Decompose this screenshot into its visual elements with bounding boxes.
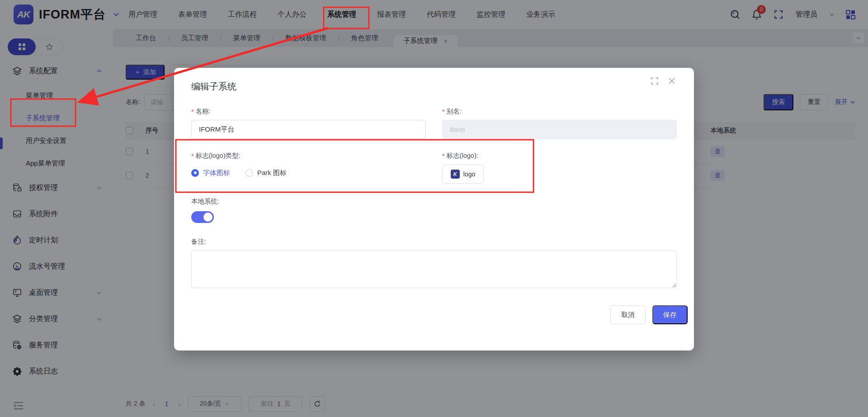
cancel-button[interactable]: 取消 bbox=[610, 305, 646, 324]
edit-subsystem-dialog: 编辑子系统 * 名称: * 别名: bbox=[174, 68, 694, 351]
logo-field-group: * 标志(logo): K logo bbox=[442, 152, 677, 184]
remark-label: 备注: bbox=[191, 237, 206, 246]
logo-picker-label: logo bbox=[463, 171, 475, 178]
toggle-knob bbox=[203, 213, 212, 222]
radio-font-icon[interactable]: 字体图标 bbox=[191, 169, 230, 177]
radio-unselected-icon bbox=[245, 169, 253, 177]
required-asterisk: * bbox=[191, 152, 194, 160]
logo-picker-button[interactable]: K logo bbox=[442, 165, 484, 184]
alias-field-label: 别名: bbox=[447, 107, 462, 116]
local-system-field-group: 本地系统: bbox=[191, 197, 677, 223]
alias-field-group: * 别名: bbox=[442, 107, 677, 139]
required-asterisk: * bbox=[191, 108, 194, 115]
remark-field-group: 备注: bbox=[191, 237, 677, 290]
save-button[interactable]: 保存 bbox=[652, 305, 688, 324]
logo-mini-icon: K bbox=[451, 170, 460, 179]
logo-type-label: 标志(logo)类型: bbox=[196, 152, 241, 160]
radio-park-icon[interactable]: Park 图标 bbox=[245, 169, 287, 177]
required-asterisk: * bbox=[442, 108, 445, 115]
alias-input bbox=[442, 120, 677, 139]
logo-type-field-group: * 标志(logo)类型: 字体图标 Park 图标 bbox=[191, 152, 426, 184]
name-field-label: 名称: bbox=[196, 107, 211, 116]
logo-field-label: 标志(logo): bbox=[447, 152, 478, 160]
name-input[interactable] bbox=[191, 120, 426, 139]
remark-textarea[interactable] bbox=[191, 250, 677, 288]
local-system-toggle[interactable] bbox=[191, 211, 214, 223]
local-system-label: 本地系统: bbox=[191, 197, 219, 206]
dialog-close-icon[interactable] bbox=[668, 77, 676, 85]
name-field-group: * 名称: bbox=[191, 107, 426, 139]
radio-label: 字体图标 bbox=[203, 169, 230, 177]
radio-label: Park 图标 bbox=[257, 169, 287, 177]
required-asterisk: * bbox=[442, 152, 445, 160]
dialog-title: 编辑子系统 bbox=[191, 81, 677, 93]
radio-selected-icon bbox=[191, 169, 199, 177]
dialog-fullscreen-icon[interactable] bbox=[651, 77, 659, 85]
